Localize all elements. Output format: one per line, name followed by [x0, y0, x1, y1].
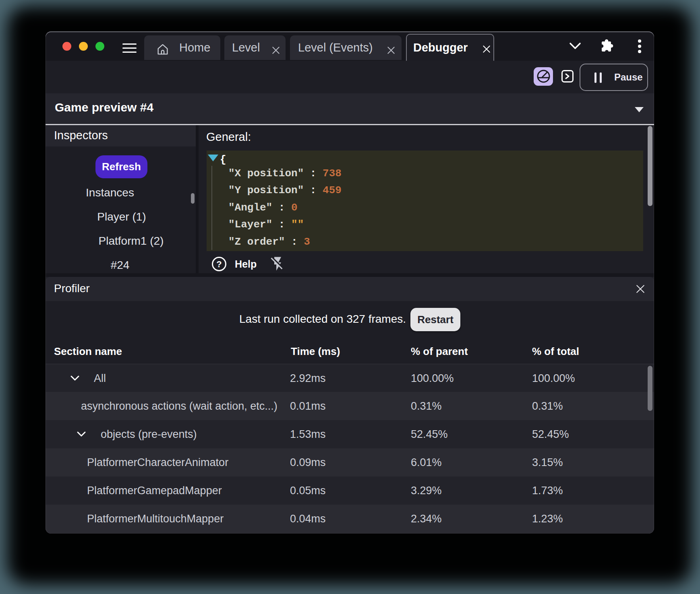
svg-text:?: ?: [216, 259, 222, 269]
